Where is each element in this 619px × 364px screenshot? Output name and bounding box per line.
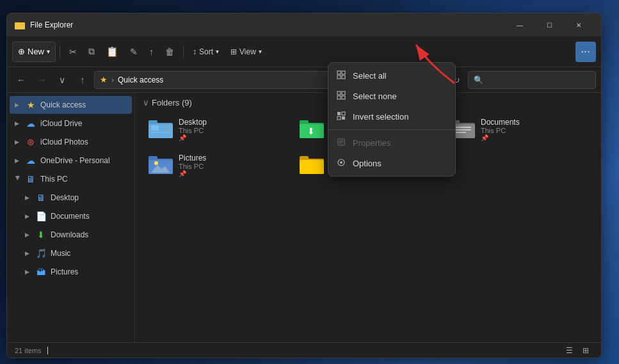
back-button[interactable]: ← xyxy=(12,71,30,89)
pictures-folder-svg xyxy=(149,155,173,175)
sidebar-label-icloud-photos: iCloud Photos xyxy=(40,138,88,146)
address-separator: › xyxy=(111,75,114,84)
dropdown-button[interactable]: ∨ xyxy=(53,71,71,89)
rename-icon: ✎ xyxy=(130,47,138,57)
menu-item-select-all[interactable]: Select all xyxy=(328,65,455,86)
sidebar-label-pictures: Pictures xyxy=(51,267,78,276)
svg-rect-32 xyxy=(337,96,341,99)
this-pc-icon: 🖥 xyxy=(25,174,36,184)
sidebar-item-desktop[interactable]: ▶ 🖥 Desktop xyxy=(10,189,132,207)
rename-button[interactable]: ✎ xyxy=(125,42,143,62)
star-icon: ★ xyxy=(25,100,36,110)
chevron-icon: ▶ xyxy=(25,250,31,257)
title-bar: File Explorer — ☐ ✕ xyxy=(7,13,601,36)
maximize-button[interactable]: ☐ xyxy=(535,13,564,36)
paste-button[interactable]: 📋 xyxy=(101,42,124,62)
sidebar-item-this-pc[interactable]: ▶ 🖥 This PC xyxy=(10,170,132,188)
address-path: Quick access xyxy=(118,75,163,84)
sort-chevron: ▾ xyxy=(216,48,219,55)
folder-sub-desktop: This PC xyxy=(179,127,286,134)
cut-button[interactable]: ✂ xyxy=(64,42,82,62)
view-button[interactable]: ⊞ View ▾ xyxy=(225,42,267,62)
sidebar-label-icloud-drive: iCloud Drive xyxy=(40,119,82,128)
search-box[interactable]: 🔍 xyxy=(468,71,596,89)
sidebar-item-onedrive[interactable]: ▶ ☁ OneDrive - Personal xyxy=(10,152,132,170)
share-button[interactable]: ↑ xyxy=(144,42,159,62)
chevron-icon: ▶ xyxy=(25,269,31,275)
music-icon: 🎵 xyxy=(35,248,47,258)
chevron-icon: ▶ xyxy=(25,194,31,201)
svg-text:⬇: ⬇ xyxy=(307,126,315,136)
onedrive-icon: ☁ xyxy=(25,155,36,166)
svg-rect-6 xyxy=(151,125,159,131)
menu-item-invert-selection[interactable]: Invert selection xyxy=(328,106,455,127)
folder-item-documents[interactable]: Documents This PC 📌 xyxy=(445,113,593,146)
sidebar-item-pictures[interactable]: ▶ 🏔 Pictures xyxy=(10,263,132,281)
sidebar-item-music[interactable]: ▶ 🎵 Music xyxy=(10,244,132,262)
menu-item-properties[interactable]: Properties xyxy=(328,132,455,153)
sidebar-item-quick-access[interactable]: ▶ ★ Quick access xyxy=(10,96,132,114)
up-button[interactable]: ↑ xyxy=(74,71,92,89)
svg-rect-27 xyxy=(342,71,345,74)
folder-icon xyxy=(15,20,25,30)
sidebar-item-downloads[interactable]: ▶ ⬇ Downloads xyxy=(10,226,132,244)
toolbar-sep-1 xyxy=(60,45,60,58)
folder-item-pictures[interactable]: Pictures This PC 📌 xyxy=(143,148,291,182)
section-chevron-icon: ∨ xyxy=(143,98,149,107)
pin-icon-documents: 📌 xyxy=(481,134,588,141)
new-chevron: ▾ xyxy=(47,48,50,55)
folder-icon-desktop xyxy=(148,116,173,142)
sidebar-label-music: Music xyxy=(51,249,70,258)
sidebar-item-icloud-drive[interactable]: ▶ ☁ iCloud Drive xyxy=(10,115,132,132)
copy-button[interactable]: ⧉ xyxy=(83,42,100,62)
view-label: View xyxy=(239,47,256,56)
sidebar-item-documents[interactable]: ▶ 📄 Documents xyxy=(10,207,132,225)
icloud-drive-icon: ☁ xyxy=(25,118,36,129)
forward-button[interactable]: → xyxy=(33,71,51,89)
folder-name-desktop: Desktop xyxy=(179,118,286,127)
more-icon: ··· xyxy=(581,47,591,57)
folder-item-desktop[interactable]: Desktop This PC 📌 xyxy=(143,113,291,146)
sidebar-label-desktop: Desktop xyxy=(51,193,79,202)
copy-icon: ⧉ xyxy=(88,46,95,57)
options-icon xyxy=(336,158,346,169)
new-button[interactable]: ⊕ New ▾ xyxy=(12,42,56,62)
sidebar: ▶ ★ Quick access ▶ ☁ iCloud Drive ▶ ⊛ iC… xyxy=(7,93,135,342)
list-view-button[interactable]: ☰ xyxy=(561,344,577,357)
folder-icon-pictures xyxy=(148,152,173,178)
more-options-button[interactable]: ··· xyxy=(575,42,596,62)
grid-view-button[interactable]: ⊞ xyxy=(578,344,593,357)
svg-rect-31 xyxy=(342,91,345,95)
delete-icon: 🗑 xyxy=(165,47,174,57)
close-button[interactable]: ✕ xyxy=(564,13,593,36)
chevron-icon: ▶ xyxy=(15,176,21,182)
svg-rect-26 xyxy=(337,71,341,74)
invert-selection-icon xyxy=(336,111,346,122)
svg-rect-7 xyxy=(151,132,170,133)
share-icon: ↑ xyxy=(149,47,154,57)
options-label: Options xyxy=(353,159,382,168)
folder-icon-sgi xyxy=(299,152,325,178)
menu-item-select-none[interactable]: Select none xyxy=(328,86,455,106)
status-cursor xyxy=(47,347,48,354)
folder-info-pictures: Pictures This PC 📌 xyxy=(179,154,286,177)
chevron-icon: ▶ xyxy=(15,102,21,108)
chevron-icon: ▶ xyxy=(15,139,21,145)
dropdown-menu: Select all Select none Invert selection … xyxy=(328,62,456,177)
delete-button[interactable]: 🗑 xyxy=(160,42,179,62)
svg-rect-25 xyxy=(300,160,324,174)
sort-button[interactable]: ↕ Sort ▾ xyxy=(188,42,224,62)
svg-rect-37 xyxy=(342,116,345,120)
minimize-button[interactable]: — xyxy=(505,13,535,36)
folder-name-documents: Documents xyxy=(481,118,588,127)
sidebar-item-icloud-photos[interactable]: ▶ ⊛ iCloud Photos xyxy=(10,133,132,151)
new-icon: ⊕ xyxy=(18,47,25,56)
view-toggle-buttons: ☰ ⊞ xyxy=(561,344,593,357)
menu-item-options[interactable]: Options xyxy=(328,153,455,173)
svg-rect-2 xyxy=(15,23,25,29)
chevron-icon: ▶ xyxy=(15,157,21,164)
file-explorer-window: File Explorer — ☐ ✕ ⊕ New ▾ ✂ ⧉ 📋 ✎ ↑ xyxy=(6,13,602,358)
svg-rect-28 xyxy=(337,75,341,79)
pictures-icon: 🏔 xyxy=(35,267,47,277)
address-bar: ← → ∨ ↑ ★ › Quick access ▾ ↻ 🔍 xyxy=(7,67,601,93)
